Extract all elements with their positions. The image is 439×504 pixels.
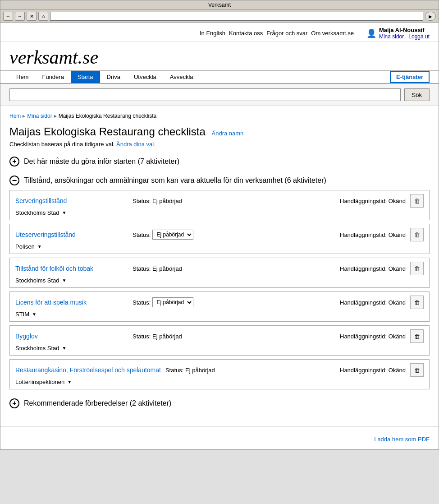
link-serveringstillstand[interactable]: Serveringstillstånd	[15, 197, 128, 204]
delete-serveringstillstand[interactable]: 🗑	[410, 194, 424, 208]
expand-uteserv[interactable]: ▼	[37, 244, 42, 249]
pdf-link-area: Ladda hem som PDF	[0, 426, 439, 449]
delete-restaurangkasino[interactable]: 🗑	[410, 363, 424, 377]
handlag-uteserv: Handläggningstid: Okänd	[340, 231, 406, 238]
activity-bygglov: Bygglov Status: Ej påbörjad Handläggning…	[9, 325, 430, 356]
breadcrumb-mina-sidor[interactable]: Mina sidor	[27, 113, 52, 119]
activity-restaurangkasino: Restaurangkasino, Förströelsespel och sp…	[9, 359, 430, 389]
status-dropdown-musik[interactable]: Ej påbörjad Pågående Klar	[152, 297, 193, 307]
expand-folkol[interactable]: ▼	[62, 278, 67, 283]
close-button[interactable]: ✕	[27, 12, 37, 21]
sub-restaurangkasino: Lotteriinspektionen	[15, 379, 64, 385]
search-input[interactable]	[9, 88, 401, 101]
home-button[interactable]: ⌂	[38, 12, 48, 21]
delete-uteserv[interactable]: 🗑	[410, 228, 424, 241]
section-rekommenderade-header[interactable]: + Rekommenderade förberedelser (2 aktivi…	[9, 398, 430, 408]
link-uteserveringstillstand[interactable]: Uteserveringstillstånd	[15, 231, 128, 238]
activity-serveringstillstand: Serveringstillstånd Status: Ej påbörjad …	[9, 190, 430, 220]
status-bygglov: Status: Ej påbörjad	[133, 333, 182, 340]
section-rekommenderade-label: Rekommenderade förberedelser (2 aktivite…	[24, 399, 171, 407]
expand-serveringstillstand[interactable]: ▼	[62, 210, 67, 215]
link-folkol[interactable]: Tillstånd för folköl och tobak	[15, 265, 128, 272]
section-must-label: Det här måste du göra inför starten (7 a…	[24, 157, 179, 166]
user-icon: 👤	[366, 28, 376, 38]
expand-musik[interactable]: ▼	[32, 312, 37, 317]
handlag-serveringstillstand: Handläggningstid: Okänd	[340, 198, 406, 204]
nav-driva[interactable]: Driva	[100, 71, 127, 83]
pdf-download-link[interactable]: Ladda hem som PDF	[374, 436, 430, 443]
nav-avveckla[interactable]: Avveckla	[163, 71, 200, 83]
user-name: Maija Al-Noussif	[379, 27, 430, 33]
section-must-header[interactable]: + Det här måste du göra inför starten (7…	[9, 157, 430, 166]
back-button[interactable]: ←	[3, 12, 13, 21]
change-choices-link[interactable]: Ändra dina val.	[116, 141, 155, 148]
activity-folkol: Tillstånd för folköl och tobak Status: E…	[9, 258, 430, 288]
main-nav: Hem Fundera Starta Driva Utveckla Avveck…	[0, 70, 439, 84]
handlag-folkol: Handläggningstid: Okänd	[340, 265, 406, 272]
delete-folkol[interactable]: 🗑	[410, 262, 424, 275]
expand-bygglov[interactable]: ▼	[62, 346, 67, 351]
address-bar[interactable]: verksamt.se	[50, 12, 423, 21]
browser-toolbar: ← → ✕ ⌂ verksamt.se ▶	[0, 10, 439, 23]
section-tillstand-label: Tillstånd, ansökningar och anmälningar s…	[24, 176, 326, 185]
handlag-restaurangkasino: Handläggningstid: Okänd	[340, 367, 406, 374]
link-restaurangkasino[interactable]: Restaurangkasino, Förströelsespel och sp…	[15, 366, 161, 374]
nav-utveckla[interactable]: Utveckla	[127, 71, 163, 83]
kontakta-oss-link[interactable]: Kontakta oss	[229, 30, 263, 37]
section-rekommenderade-icon: +	[9, 398, 19, 408]
delete-musik[interactable]: 🗑	[410, 296, 424, 309]
expand-restaurangkasino[interactable]: ▼	[67, 379, 72, 384]
nav-hem[interactable]: Hem	[9, 71, 35, 83]
status-dropdown-uteserv[interactable]: Ej påbörjad Pågående Klar	[152, 230, 193, 240]
sub-serveringstillstand: Stockholms Stad	[15, 209, 59, 216]
section-tillstand-header[interactable]: − Tillstånd, ansökningar och anmälningar…	[9, 176, 430, 185]
status-restaurangkasino: Status: Ej påbörjad	[165, 367, 215, 374]
status-folkol: Status: Ej påbörjad	[133, 265, 182, 272]
sub-folkol: Stockholms Stad	[15, 277, 59, 284]
sub-musik: STIM	[15, 311, 29, 318]
breadcrumb-hem[interactable]: Hem	[9, 113, 21, 119]
om-verksamt-link[interactable]: Om verksamt.se	[311, 30, 354, 37]
status-label-uteserv: Status:	[133, 231, 151, 238]
mina-sidor-link[interactable]: Mina sidor	[379, 33, 404, 40]
subtitle: Checklistan baseras på dina tidigare val…	[9, 141, 430, 148]
sub-uteserv: Polisen	[15, 243, 35, 250]
activity-uteserveringstillstand: Uteserveringstillstånd Status: Ej påbörj…	[9, 224, 430, 254]
handlag-musik: Handläggningstid: Okänd	[340, 299, 406, 306]
etjanster-button[interactable]: E-tjänster	[390, 71, 430, 83]
page-container: In English Kontakta oss Frågor och svar …	[0, 23, 439, 449]
breadcrumb: Hem ▸ Mina sidor ▸ Maijas Ekologiska Res…	[9, 113, 430, 119]
change-name-link[interactable]: Ändra namn	[212, 130, 244, 137]
in-english-link[interactable]: In English	[200, 30, 225, 37]
activity-musik: Licens för att spela musik Status: Ej på…	[9, 291, 430, 322]
logo: verksamt.se	[9, 46, 430, 68]
link-musik[interactable]: Licens för att spela musik	[15, 299, 128, 306]
page-title-area: Maijas Ekologiska Restaurang checklista …	[9, 125, 430, 138]
link-bygglov[interactable]: Bygglov	[15, 333, 128, 340]
search-bar: Sök	[0, 84, 439, 106]
section-must-icon: +	[9, 157, 19, 166]
breadcrumb-current: Maijas Ekologiska Restaurang checklista	[59, 113, 156, 119]
nav-fundera[interactable]: Fundera	[35, 71, 70, 83]
browser-title: Verksamt	[208, 2, 231, 8]
main-content: Hem ▸ Mina sidor ▸ Maijas Ekologiska Res…	[0, 106, 439, 422]
search-button[interactable]: Sök	[404, 88, 430, 101]
sub-bygglov: Stockholms Stad	[15, 345, 59, 351]
nav-starta[interactable]: Starta	[71, 71, 100, 83]
fragor-svar-link[interactable]: Frågor och svar	[266, 30, 307, 37]
forward-button[interactable]: →	[15, 12, 25, 21]
delete-bygglov[interactable]: 🗑	[410, 329, 424, 343]
section-tillstand-icon: −	[9, 176, 19, 185]
page-title: Maijas Ekologiska Restaurang checklista	[9, 125, 206, 138]
logga-ut-link[interactable]: Logga ut	[408, 33, 430, 40]
browser-titlebar: Verksamt	[0, 0, 439, 10]
handlag-bygglov: Handläggningstid: Okänd	[340, 333, 406, 340]
go-button[interactable]: ▶	[425, 12, 436, 21]
status-label-musik: Status:	[133, 299, 151, 306]
status-serveringstillstand: Status: Ej påbörjad	[133, 198, 182, 204]
